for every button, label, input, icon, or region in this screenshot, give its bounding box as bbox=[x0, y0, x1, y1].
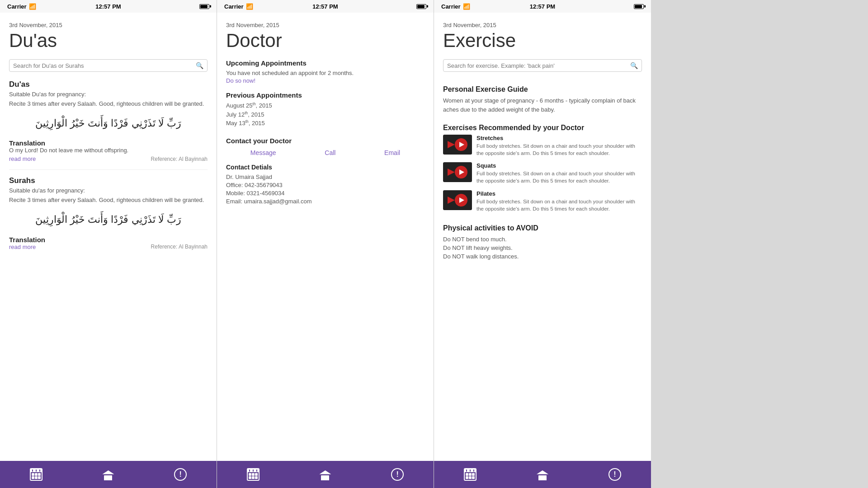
video-thumb-2[interactable] bbox=[443, 190, 472, 210]
video-item-1: Squats Full body stretches. Sit down on … bbox=[443, 162, 642, 184]
exercise-screen: Carrier 📶 12:57 PM 3rd November, 2015 Ex… bbox=[434, 0, 651, 488]
bottom-exclaim-1[interactable]: ! bbox=[171, 465, 189, 483]
calendar-icon-2 bbox=[247, 468, 259, 481]
exclaim-icon-3: ! bbox=[609, 468, 621, 481]
exercise-date: 3rd November, 2015 bbox=[443, 22, 642, 28]
bottom-bar-1: ! bbox=[0, 461, 217, 488]
surahs-section-title: Surahs bbox=[9, 176, 208, 185]
video-desc-0: Full body stretches. Sit down on a chair… bbox=[476, 142, 642, 157]
play-btn-2[interactable] bbox=[455, 194, 467, 206]
duas-translation-label-2: Translation bbox=[9, 236, 208, 244]
video-info-2: Pilates Full body stretches. Sit down on… bbox=[476, 190, 642, 212]
contact-name: Dr. Umaira Sajjad bbox=[226, 174, 425, 180]
time-1: 12:57 PM bbox=[95, 3, 121, 10]
duas-section-title: Du'as bbox=[9, 80, 208, 89]
bottom-calendar-2[interactable] bbox=[244, 465, 262, 483]
doctor-content: 3rd November, 2015 Doctor Upcoming Appoi… bbox=[217, 13, 434, 461]
video-info-0: Stretches Full body stretches. Sit down … bbox=[476, 135, 642, 157]
status-bar-1: Carrier 📶 12:57 PM bbox=[0, 0, 217, 13]
status-bar-2: Carrier 📶 12:57 PM bbox=[217, 0, 434, 13]
home-icon-1 bbox=[102, 469, 114, 480]
carrier-1: Carrier bbox=[7, 3, 27, 10]
play-triangle-2 bbox=[459, 197, 464, 203]
prev-date-2: July 12th, 2015 bbox=[226, 111, 425, 118]
duas-section-body: Recite 3 times after every Salaah. Good,… bbox=[9, 100, 208, 107]
video-info-1: Squats Full body stretches. Sit down on … bbox=[476, 162, 642, 184]
duas-title: Du'as bbox=[9, 30, 208, 51]
bottom-calendar-1[interactable] bbox=[27, 465, 45, 483]
recommended-title: Exercises Recommended by your Doctor bbox=[443, 124, 642, 132]
video-label-0: Stretches bbox=[476, 135, 642, 141]
read-more-link-1[interactable]: read more bbox=[9, 155, 36, 162]
doctor-title: Doctor bbox=[226, 30, 425, 51]
search-icon-1: 🔍 bbox=[196, 62, 203, 69]
wifi-icon-3: 📶 bbox=[463, 3, 470, 10]
calendar-icon-3 bbox=[464, 468, 476, 481]
carrier-3: Carrier bbox=[441, 3, 461, 10]
duas-translation-label-1: Translation bbox=[9, 139, 208, 147]
doctor-date: 3rd November, 2015 bbox=[226, 22, 425, 28]
contact-actions: Message Call Email bbox=[226, 149, 425, 156]
email-btn[interactable]: Email bbox=[384, 149, 400, 156]
battery-icon-2 bbox=[416, 4, 426, 9]
video-label-1: Squats bbox=[476, 162, 642, 169]
call-btn[interactable]: Call bbox=[325, 149, 335, 156]
play-triangle-0 bbox=[459, 142, 464, 147]
play-btn-0[interactable] bbox=[455, 138, 467, 151]
video-desc-1: Full body stretches. Sit down on a chair… bbox=[476, 170, 642, 184]
right-spacer bbox=[651, 0, 868, 488]
duas-section-subtitle: Suitable Du'as for pregnancy: bbox=[9, 91, 208, 98]
exercise-content: 3rd November, 2015 Exercise 🔍 Personal E… bbox=[434, 13, 651, 461]
contact-office: Office: 042-35679043 bbox=[226, 182, 425, 188]
bottom-home-3[interactable] bbox=[533, 465, 552, 483]
battery-icon-1 bbox=[199, 4, 209, 9]
do-so-now-link[interactable]: Do so now! bbox=[226, 77, 425, 84]
duas-arabic-1: رَبِّ لَا تَذَرْنِي فَرْدًا وَأَنتَ خَيْ… bbox=[9, 115, 208, 131]
status-bar-3: Carrier 📶 12:57 PM bbox=[434, 0, 651, 13]
duas-translation-text-1: O my Lord! Do not leave me without offsp… bbox=[9, 147, 208, 154]
bottom-home-2[interactable] bbox=[316, 465, 334, 483]
reference-2: Reference: Al Bayinnah bbox=[151, 244, 208, 250]
upcoming-title: Upcoming Appointments bbox=[226, 59, 425, 67]
bottom-home-1[interactable] bbox=[99, 465, 117, 483]
bottom-bar-3: ! bbox=[434, 461, 651, 488]
home-icon-2 bbox=[319, 469, 331, 480]
bottom-bar-2: ! bbox=[217, 461, 434, 488]
surahs-section-subtitle: Suitable du'as for pregnancy: bbox=[9, 187, 208, 194]
doctor-screen: Carrier 📶 12:57 PM 3rd November, 2015 Do… bbox=[217, 0, 434, 488]
carrier-2: Carrier bbox=[224, 3, 244, 10]
calendar-icon-1 bbox=[30, 468, 42, 481]
contact-mobile: Mobile: 0321-4569034 bbox=[226, 190, 425, 197]
exercise-search-bar[interactable]: 🔍 bbox=[443, 59, 642, 72]
contact-details-title: Contact Detials bbox=[226, 164, 425, 171]
duas-content: 3rd November, 2015 Du'as 🔍 Du'as Suitabl… bbox=[0, 13, 217, 461]
video-thumb-0[interactable] bbox=[443, 135, 472, 155]
read-more-link-2[interactable]: read more bbox=[9, 244, 36, 250]
duas-readmore-row-2: read more Reference: Al Bayinnah bbox=[9, 244, 208, 250]
exclaim-icon-2: ! bbox=[391, 468, 404, 481]
avoid-item-0: Do NOT bend too much. bbox=[443, 236, 642, 243]
battery-icon-3 bbox=[634, 4, 644, 9]
message-btn[interactable]: Message bbox=[250, 149, 276, 156]
avoid-title: Physical activities to AVOID bbox=[443, 224, 642, 232]
bottom-calendar-3[interactable] bbox=[461, 465, 479, 483]
surahs-section-body: Recite 3 times after every Salaah. Good,… bbox=[9, 197, 208, 203]
duas-readmore-row-1: read more Reference: Al Bayinnah bbox=[9, 155, 208, 162]
avoid-item-1: Do NOT lift heavy weights. bbox=[443, 244, 642, 251]
bottom-exclaim-2[interactable]: ! bbox=[388, 465, 406, 483]
duas-search-bar[interactable]: 🔍 bbox=[9, 59, 208, 72]
home-icon-3 bbox=[537, 469, 548, 480]
personal-guide-desc: Women at your stage of pregnancy - 6 mon… bbox=[443, 96, 642, 114]
exercise-search-input[interactable] bbox=[447, 62, 630, 69]
exclaim-icon-1: ! bbox=[174, 468, 187, 481]
bottom-exclaim-3[interactable]: ! bbox=[606, 465, 624, 483]
wifi-icon-2: 📶 bbox=[246, 3, 253, 10]
play-btn-1[interactable] bbox=[455, 166, 467, 178]
time-3: 12:57 PM bbox=[530, 3, 555, 10]
duas-arabic-2: رَبِّ لَا تَذَرْنِي فَرْدًا وَأَنتَ خَيْ… bbox=[9, 211, 208, 227]
duas-search-input[interactable] bbox=[13, 62, 196, 69]
video-thumb-1[interactable] bbox=[443, 162, 472, 182]
video-item-2: Pilates Full body stretches. Sit down on… bbox=[443, 190, 642, 212]
video-desc-2: Full body stretches. Sit down on a chair… bbox=[476, 198, 642, 212]
prev-date-1: August 25th, 2015 bbox=[226, 102, 425, 109]
